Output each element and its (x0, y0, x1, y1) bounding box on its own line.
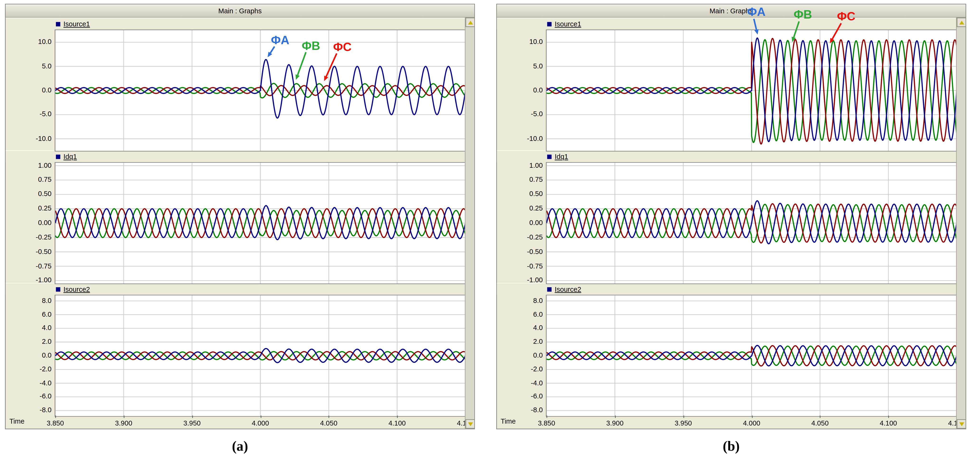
plot-area[interactable] (546, 295, 958, 417)
panel-label-b: (b) (723, 438, 740, 454)
y-tick-label: -6.0 (531, 392, 543, 400)
plot-area[interactable] (55, 295, 466, 417)
y-tick-label: -0.25 (527, 232, 542, 241)
waveform-canvas[interactable] (547, 295, 957, 416)
x-tick-label: 4.000 (738, 419, 765, 427)
x-tick-mark (752, 416, 752, 418)
plot-header: Isource1 (497, 18, 956, 29)
window-title: Main : Graphs (710, 7, 753, 14)
up-arrow-icon (468, 21, 473, 24)
plot-area[interactable] (546, 162, 958, 284)
vertical-scrollbar[interactable] (956, 18, 966, 429)
y-axis-labels: 8.06.04.02.00.0-2.0-4.0-6.0-8.0 (6, 295, 55, 416)
down-arrow-icon (959, 422, 964, 426)
y-tick-label: 0.0 (533, 351, 542, 359)
y-tick-label: 0.25 (529, 204, 543, 213)
x-tick-label: 3.850 (41, 419, 69, 427)
y-tick-label: 2.0 (533, 337, 542, 346)
plot-row: 8.06.04.02.00.0-2.0-4.0-6.0-8.0 (497, 295, 956, 416)
trace-legend-icon (547, 287, 552, 292)
waveform-canvas[interactable] (547, 163, 957, 284)
y-tick-label: 8.0 (42, 296, 51, 305)
x-tick-mark (55, 416, 56, 418)
y-tick-label: 0.00 (529, 218, 543, 227)
x-tick-label: 4.100 (875, 419, 902, 427)
graph-window-b: Main : Graphs Isource1 10.05.00.0-5.0-10… (496, 4, 966, 429)
y-tick-label: 6.0 (533, 309, 542, 318)
y-tick-label: -4.0 (531, 378, 543, 387)
plots: Isource1 10.05.00.0-5.0-10.0 Idq1 1.000.… (497, 18, 956, 431)
plot-header: Idq1 (497, 150, 956, 162)
plot-title[interactable]: Isource2 (555, 285, 581, 293)
plot-row: 10.05.00.0-5.0-10.0 (497, 29, 956, 150)
y-tick-label: 0.00 (38, 218, 51, 227)
x-tick-mark (397, 416, 398, 418)
x-tick-label: 4.100 (383, 419, 411, 427)
x-tick-mark (124, 416, 124, 418)
y-tick-label: 10.0 (529, 37, 543, 46)
plot-title[interactable]: Isource1 (555, 20, 581, 28)
y-tick-label: -0.75 (36, 261, 51, 270)
plot-title[interactable]: Idq1 (64, 153, 77, 160)
y-tick-label: -8.0 (40, 405, 51, 415)
y-tick-label: -4.0 (40, 378, 51, 387)
y-tick-label: -6.0 (40, 392, 51, 400)
panel-label-a: (a) (232, 438, 248, 454)
plot-section: Idq1 1.000.750.500.250.00-0.25-0.50-0.75… (497, 150, 956, 283)
graph-window-a: Main : Graphs Isource1 10.05.00.0-5.0-10… (5, 4, 475, 429)
trace-legend-icon (56, 22, 60, 26)
trace-legend-icon (547, 154, 552, 159)
plot-title[interactable]: Isource2 (64, 285, 90, 293)
window-title: Main : Graphs (218, 7, 262, 14)
plot-title[interactable]: Isource1 (64, 20, 90, 28)
plot-row: 1.000.750.500.250.00-0.25-0.50-0.75-1.00 (497, 162, 956, 283)
trace-legend-icon (56, 287, 60, 292)
scroll-down-button[interactable] (957, 419, 966, 429)
x-tick-label: 3.900 (110, 419, 137, 427)
scroll-down-button[interactable] (465, 419, 475, 429)
waveform-canvas[interactable] (547, 30, 957, 151)
x-tick-mark (683, 416, 684, 418)
x-tick-mark (888, 416, 889, 418)
scroll-up-button[interactable] (957, 18, 966, 27)
x-tick-mark (820, 416, 821, 418)
y-tick-label: 0.75 (529, 175, 543, 184)
x-tick-label: 3.950 (178, 419, 206, 427)
plot-header: Isource1 (6, 18, 465, 29)
x-tick-label: 3.850 (533, 419, 560, 427)
x-tick-label: 3.950 (670, 419, 697, 427)
y-tick-label: -2.0 (40, 364, 51, 373)
y-tick-label: 0.75 (38, 175, 51, 184)
x-tick-mark (329, 416, 329, 418)
plot-area[interactable] (55, 29, 466, 151)
plot-header: Isource2 (497, 283, 956, 295)
plot-section: Isource2 8.06.04.02.00.0-2.0-4.0-6.0-8.0 (497, 283, 956, 415)
y-tick-label: 10.0 (38, 37, 51, 46)
scroll-up-button[interactable] (465, 18, 475, 27)
y-tick-label: 8.0 (533, 296, 542, 305)
plot-area[interactable] (546, 29, 958, 151)
y-tick-label: -0.50 (527, 247, 542, 256)
y-axis-labels: 1.000.750.500.250.00-0.25-0.50-0.75-1.00 (497, 162, 546, 283)
plot-header: Isource2 (6, 283, 465, 295)
x-tick-mark (261, 416, 261, 418)
x-tick-label: 4.000 (247, 419, 274, 427)
x-axis: Time3.8503.9003.9504.0004.0504.1004.150 (497, 416, 956, 431)
window-titlebar: Main : Graphs (6, 5, 474, 18)
y-tick-label: 4.0 (42, 323, 51, 332)
plot-row: 10.05.00.0-5.0-10.0 (6, 29, 465, 150)
waveform-canvas[interactable] (55, 295, 466, 416)
y-tick-label: 0.0 (533, 86, 542, 94)
y-tick-label: 5.0 (42, 61, 51, 70)
plot-title[interactable]: Idq1 (555, 153, 568, 160)
y-axis-labels: 10.05.00.0-5.0-10.0 (6, 29, 55, 150)
waveform-canvas[interactable] (55, 30, 466, 151)
y-tick-label: -5.0 (40, 110, 51, 118)
vertical-scrollbar[interactable] (465, 18, 474, 429)
waveform-canvas[interactable] (55, 163, 466, 284)
plot-area[interactable] (55, 162, 466, 284)
x-tick-mark (192, 416, 193, 418)
x-tick-label: 4.050 (315, 419, 342, 427)
y-tick-label: 4.0 (533, 323, 542, 332)
y-tick-label: 0.0 (42, 86, 51, 94)
